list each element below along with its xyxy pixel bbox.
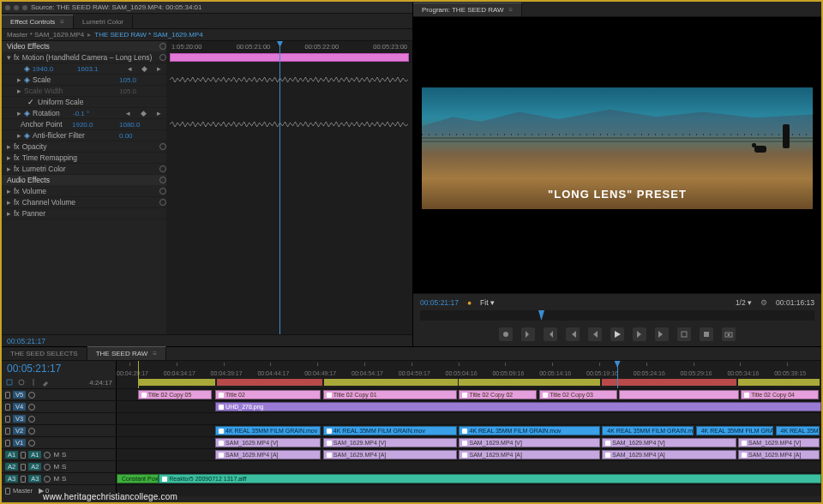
track-header[interactable]: A2A2MS <box>2 461 117 472</box>
panner-row[interactable]: ▸fxPanner <box>2 208 166 219</box>
mark-out-button[interactable] <box>544 327 557 341</box>
tab-menu-icon[interactable]: ≡ <box>60 18 64 26</box>
audio-patch[interactable]: A2 <box>5 463 18 471</box>
eye-icon[interactable] <box>28 440 35 447</box>
lift-button[interactable] <box>677 327 691 341</box>
track-lane[interactable] <box>117 413 821 424</box>
tab-menu-icon[interactable]: ≡ <box>153 350 157 357</box>
position-row[interactable]: ◈Position1940.01603.1◂◆▸ <box>2 63 166 75</box>
track-target[interactable]: A2 <box>28 463 41 471</box>
solo-icon[interactable]: S <box>62 463 66 471</box>
step-back-button[interactable] <box>588 327 602 341</box>
track-lane[interactable]: Constant PowReaktor5 20090712 1317.aiff <box>117 473 821 484</box>
program-monitor[interactable]: "LONG LENS" PRESET <box>413 17 821 293</box>
track-target[interactable]: A3 <box>28 475 41 483</box>
mini-playhead[interactable] <box>538 310 544 321</box>
extract-button[interactable] <box>700 327 713 341</box>
solo-icon[interactable]: S <box>62 475 66 483</box>
track-target[interactable]: V4 <box>13 403 26 411</box>
track-lane[interactable]: SAM_1629.MP4 [V]SAM_1629.MP4 [V]SAM_1629… <box>117 437 821 448</box>
add-keyframe-icon[interactable]: ◆ <box>135 109 151 117</box>
channel-volume-row[interactable]: ▸fxChannel Volume <box>2 197 166 208</box>
clip[interactable]: 4K REAL 35MM FILM GRAIN.mov <box>459 426 599 435</box>
position-keyframe-track[interactable] <box>170 75 409 84</box>
tab-effect-controls[interactable]: Effect Controls≡ <box>2 15 74 28</box>
mute-icon[interactable]: M <box>53 463 59 471</box>
clip[interactable]: 4K REAL 35MM FILM GRAIN.mov <box>215 426 321 435</box>
clip[interactable] <box>619 390 739 399</box>
audio-patch[interactable]: A3 <box>5 475 18 483</box>
track-header[interactable]: V2 <box>2 425 117 436</box>
settings-icon[interactable]: ⚙ <box>760 298 767 307</box>
scale-row[interactable]: ▸◈Scale105.0 <box>2 75 166 86</box>
track-target[interactable]: V1 <box>13 439 26 447</box>
resolution-dropdown[interactable]: 1/2 ▾ <box>736 298 752 307</box>
reset-icon[interactable] <box>159 54 166 61</box>
track-header[interactable]: V4 <box>2 401 117 412</box>
mute-icon[interactable]: M <box>53 451 59 459</box>
export-frame-button[interactable] <box>722 327 736 341</box>
marker-tool-icon[interactable] <box>29 378 38 387</box>
reset-icon[interactable] <box>159 188 166 195</box>
timeline-timecode[interactable]: 00:05:21:17 <box>2 361 116 376</box>
time-remapping-row[interactable]: ▸fxTime Remapping <box>2 153 166 164</box>
tab-menu-icon[interactable]: ≡ <box>509 6 514 14</box>
clip[interactable]: SAM_1629.MP4 [V] <box>215 438 321 447</box>
mark-in-button[interactable] <box>521 327 535 341</box>
reset-icon[interactable] <box>159 199 166 206</box>
anchor-row[interactable]: Anchor Point1920.01080.0 <box>2 119 166 130</box>
program-mini-timeline[interactable] <box>420 310 814 321</box>
clip[interactable]: SAM_1629.MP4 [A] <box>602 450 736 459</box>
tab-lumetri-color[interactable]: Lumetri Color <box>74 15 133 28</box>
clip[interactable]: Constant Pow <box>117 474 159 483</box>
link-icon[interactable] <box>17 378 26 387</box>
rotation-keyframe-track[interactable] <box>170 120 409 129</box>
track-target[interactable]: A1 <box>28 451 41 459</box>
clip[interactable]: Title 02 Copy 01 <box>323 390 457 399</box>
effect-keyframe-area[interactable]: 1:05:20:0000:05:21:0000:05:22:0000:05:23… <box>166 41 412 334</box>
mute-icon[interactable]: M <box>53 475 59 483</box>
prev-keyframe-icon[interactable]: ◂ <box>123 64 137 73</box>
eye-icon[interactable] <box>44 452 51 459</box>
reset-icon[interactable] <box>159 165 166 172</box>
track-header[interactable]: V3 <box>2 413 117 424</box>
eye-icon[interactable] <box>28 404 35 411</box>
uniform-scale-row[interactable]: ✓Uniform Scale <box>2 97 166 108</box>
eye-icon[interactable] <box>28 392 35 399</box>
clip[interactable]: SAM_1629.MP4 [A] <box>323 450 457 459</box>
go-to-in-button[interactable] <box>566 327 580 341</box>
next-keyframe-icon[interactable]: ▸ <box>151 109 166 117</box>
add-marker-button[interactable] <box>499 327 513 341</box>
track-header[interactable]: V5 <box>2 389 117 400</box>
wrench-icon[interactable] <box>41 378 50 387</box>
clip[interactable]: SAM_1629.MP4 [V] <box>602 438 736 447</box>
lock-icon[interactable] <box>5 404 10 411</box>
effect-playhead[interactable] <box>279 41 280 334</box>
eye-icon[interactable] <box>44 464 51 471</box>
solo-icon[interactable]: S <box>62 451 66 459</box>
eye-icon[interactable] <box>28 428 35 435</box>
clip[interactable]: UHD_278.png <box>215 402 821 411</box>
track-header[interactable]: A1A1MS <box>2 449 117 460</box>
lock-icon[interactable] <box>5 416 10 423</box>
timeline-playhead[interactable] <box>617 361 618 388</box>
lock-icon[interactable] <box>21 476 26 483</box>
clip[interactable]: SAM_1629.MP4 [V] <box>323 438 457 447</box>
track-lane[interactable] <box>117 485 821 496</box>
clip[interactable]: Title 02 Copy 05 <box>138 390 212 399</box>
eye-icon[interactable] <box>28 416 35 423</box>
clip[interactable]: Title 02 Copy 03 <box>539 390 616 399</box>
lock-icon[interactable] <box>21 452 26 459</box>
track-lane[interactable] <box>117 461 821 472</box>
tab-program[interactable]: Program: THE SEED RAW≡ <box>413 3 522 16</box>
volume-row[interactable]: ▸fxVolume <box>2 186 166 197</box>
clip[interactable]: Title 02 Copy 04 <box>741 390 818 399</box>
track-lane[interactable]: Title 02 Copy 05Title 02Title 02 Copy 01… <box>117 389 821 400</box>
clip[interactable]: SAM_1629.MP4 [A] <box>738 450 820 459</box>
reset-icon[interactable] <box>159 43 166 50</box>
track-lane[interactable]: 4K REAL 35MM FILM GRAIN.mov4K REAL 35MM … <box>117 425 821 436</box>
lock-icon[interactable] <box>5 488 10 495</box>
track-lane[interactable]: SAM_1629.MP4 [A]SAM_1629.MP4 [A]SAM_1629… <box>117 449 821 460</box>
lock-icon[interactable] <box>21 464 26 471</box>
timeline-ruler[interactable]: 00:04:29:1700:04:34:1700:04:39:1700:04:4… <box>117 361 821 376</box>
